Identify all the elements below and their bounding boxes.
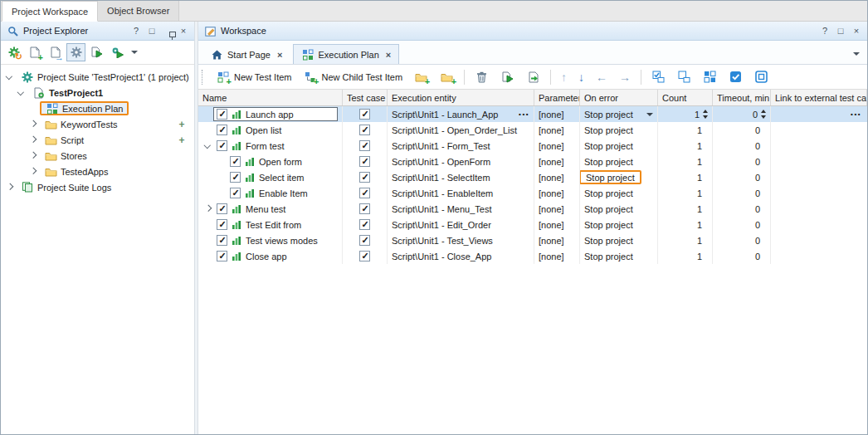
name-cell[interactable]: Test Edit from <box>198 217 343 232</box>
tree-expander-icon[interactable] <box>27 150 38 161</box>
timeout-cell[interactable]: 0 <box>713 201 771 217</box>
test-item-row-enable-item[interactable]: Enable ItemScript\Unit1 - EnableItem[non… <box>198 185 867 201</box>
tree-expander-icon[interactable] <box>27 166 38 177</box>
execution-entity-cell[interactable]: Script\Unit1 - SelectItem <box>388 169 534 185</box>
external-link-cell[interactable] <box>771 169 867 185</box>
test-case-cell[interactable] <box>343 185 388 201</box>
external-link-cell[interactable] <box>771 185 867 201</box>
test-case-checkbox[interactable] <box>359 219 370 230</box>
tree-expander-icon[interactable] <box>4 182 15 193</box>
row-expander-icon[interactable] <box>202 140 213 151</box>
test-item-row-launch-app[interactable]: Launch appScript\Unit1 - Launch_App•••[n… <box>198 106 867 122</box>
row-enabled-checkbox[interactable] <box>230 172 241 183</box>
test-case-cell[interactable] <box>343 217 388 232</box>
properties-button[interactable] <box>66 43 85 61</box>
external-link-cell[interactable] <box>771 217 867 232</box>
parameters-cell[interactable]: [none] <box>534 106 580 122</box>
tree-item-keywordtests[interactable]: KeywordTests+ <box>1 116 194 132</box>
timeout-cell[interactable]: 0 <box>713 106 771 122</box>
count-cell[interactable]: 1 <box>658 232 713 248</box>
tree-expander-icon[interactable] <box>27 119 38 130</box>
maximize-button[interactable]: □ <box>835 26 846 36</box>
test-case-cell[interactable] <box>343 138 388 154</box>
count-cell[interactable]: 1 <box>658 169 713 185</box>
test-case-cell[interactable] <box>343 154 388 169</box>
new-child-test-item-button[interactable]: +New Child Test Item <box>299 67 408 87</box>
execution-entity-cell[interactable]: Script\Unit1 - OpenForm <box>388 154 534 169</box>
on-error-cell[interactable]: Stop project <box>580 248 658 264</box>
tab-object-browser[interactable]: Object Browser <box>98 1 179 21</box>
close-panel-button[interactable]: × <box>178 26 189 36</box>
tree-item-project-suite-testproject1-1-project[interactable]: Project Suite 'TestProject1' (1 project) <box>1 69 194 85</box>
name-cell[interactable]: Form test <box>198 138 343 154</box>
close-tab-icon[interactable]: × <box>277 50 282 60</box>
timeout-cell[interactable]: 0 <box>713 185 771 201</box>
external-link-cell[interactable] <box>771 201 867 217</box>
test-case-checkbox[interactable] <box>359 156 370 167</box>
add-new-item-button[interactable]: + <box>25 43 44 61</box>
column-header-link-to-external-test-case[interactable]: Link to external test case <box>771 90 867 105</box>
external-link-cell[interactable] <box>771 122 867 138</box>
test-item-row-open-list[interactable]: Open listScript\Unit1 - Open_Order_List[… <box>198 122 867 138</box>
disable-item-button[interactable] <box>749 67 773 87</box>
parameters-cell[interactable]: [none] <box>534 122 580 138</box>
test-case-cell[interactable] <box>343 232 388 248</box>
test-case-checkbox[interactable] <box>359 172 370 183</box>
test-case-checkbox[interactable] <box>359 251 370 261</box>
parameters-cell[interactable]: [none] <box>534 217 580 232</box>
row-expander-icon[interactable] <box>202 203 213 214</box>
tab-project-workspace[interactable]: Project Workspace <box>2 1 98 22</box>
column-header-parameters[interactable]: Parameters <box>534 90 580 105</box>
row-enabled-checkbox[interactable] <box>230 156 241 167</box>
add-item-button[interactable]: + <box>177 119 187 130</box>
column-header-test-case[interactable]: Test case <box>343 90 388 105</box>
parameters-cell[interactable]: [none] <box>534 138 580 154</box>
name-cell[interactable]: Enable Item <box>198 185 343 201</box>
on-error-cell[interactable]: Stop project <box>580 106 658 122</box>
count-cell[interactable]: 1 <box>658 122 713 138</box>
name-cell[interactable]: Test views modes <box>198 232 343 248</box>
tree-expander-icon[interactable] <box>16 87 27 98</box>
external-link-cell[interactable] <box>771 154 867 169</box>
timeout-cell[interactable]: 0 <box>713 248 771 264</box>
on-error-cell[interactable]: Stop project <box>580 169 658 185</box>
external-link-cell[interactable] <box>771 232 867 248</box>
run-project-button[interactable] <box>87 43 106 61</box>
on-error-cell[interactable]: Stop project <box>580 122 658 138</box>
count-cell[interactable]: 1 <box>658 138 713 154</box>
help-button[interactable]: ? <box>819 26 831 36</box>
row-enabled-checkbox[interactable] <box>217 251 227 261</box>
row-enabled-checkbox[interactable] <box>230 188 241 198</box>
test-item-row-select-item[interactable]: Select itemScript\Unit1 - SelectItem[non… <box>198 169 867 185</box>
move-up-button[interactable]: ↑ <box>556 67 572 87</box>
on-error-cell[interactable]: Stop project <box>580 185 658 201</box>
test-item-row-close-app[interactable]: Close appScript\Unit1 - Close_App[none]S… <box>198 248 867 264</box>
row-enabled-checkbox[interactable] <box>217 125 227 135</box>
execution-entity-cell[interactable]: Script\Unit1 - Menu_Test <box>388 201 534 217</box>
column-header-count[interactable]: Count <box>658 90 713 105</box>
test-case-checkbox[interactable] <box>359 235 370 246</box>
name-cell[interactable]: Open form <box>198 154 343 169</box>
help-button[interactable]: ? <box>130 26 142 36</box>
show-report-button[interactable] <box>521 67 545 87</box>
tree-item-testedapps[interactable]: TestedApps <box>1 164 194 179</box>
name-cell[interactable]: Select item <box>198 169 343 185</box>
add-item-button[interactable]: + <box>177 134 187 146</box>
tree-item-stores[interactable]: Stores <box>1 148 194 164</box>
parameters-cell[interactable]: [none] <box>534 248 580 264</box>
parameters-cell[interactable]: [none] <box>534 185 580 201</box>
timeout-cell[interactable]: 0 <box>713 232 771 248</box>
test-case-checkbox[interactable] <box>359 140 370 151</box>
on-error-cell[interactable]: Stop project <box>580 217 658 232</box>
execution-entity-cell[interactable]: Script\Unit1 - Open_Order_List <box>388 122 534 138</box>
test-case-cell[interactable] <box>343 106 388 122</box>
browse-link-button[interactable]: ••• <box>847 110 861 118</box>
timeout-cell[interactable]: 0 <box>713 169 771 185</box>
on-error-dropdown-icon[interactable] <box>646 113 653 116</box>
timeout-cell[interactable]: 0 <box>713 122 771 138</box>
test-case-cell[interactable] <box>343 169 388 185</box>
move-down-button[interactable]: ↓ <box>573 67 589 87</box>
test-item-row-test-views-modes[interactable]: Test views modesScript\Unit1 - Test_View… <box>198 232 867 248</box>
execution-entity-cell[interactable]: Script\Unit1 - Launch_App••• <box>388 106 534 122</box>
move-right-button[interactable]: → <box>614 67 636 87</box>
